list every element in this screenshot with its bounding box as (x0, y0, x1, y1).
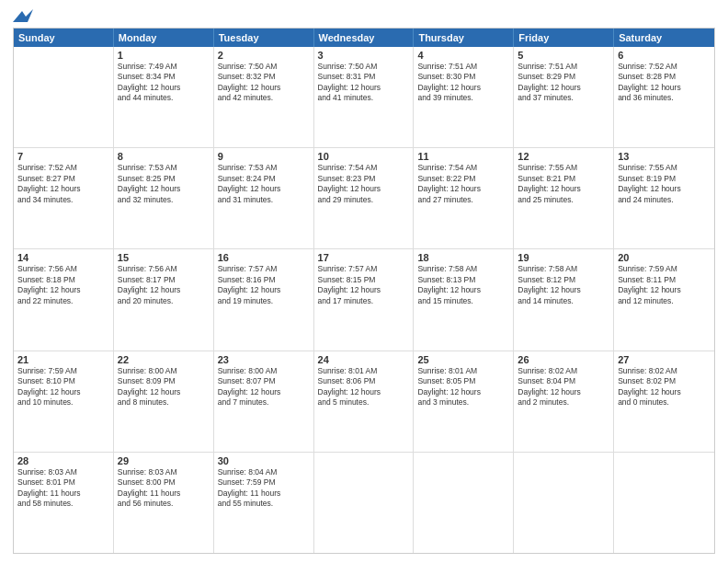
cal-cell: 5Sunrise: 7:51 AM Sunset: 8:29 PM Daylig… (514, 47, 614, 147)
day-info: Sunrise: 7:56 AM Sunset: 8:17 PM Dayligh… (118, 264, 210, 306)
cal-cell: 8Sunrise: 7:53 AM Sunset: 8:25 PM Daylig… (114, 148, 214, 248)
day-number: 14 (17, 252, 109, 263)
day-number: 15 (118, 252, 210, 263)
cal-week-row-0: 1Sunrise: 7:49 AM Sunset: 8:34 PM Daylig… (14, 47, 714, 148)
day-info: Sunrise: 7:55 AM Sunset: 8:19 PM Dayligh… (618, 163, 711, 205)
cal-week-row-1: 7Sunrise: 7:52 AM Sunset: 8:27 PM Daylig… (14, 148, 714, 249)
day-info: Sunrise: 8:02 AM Sunset: 8:02 PM Dayligh… (618, 366, 711, 408)
cal-header-wednesday: Wednesday (314, 29, 415, 47)
cal-cell: 29Sunrise: 8:03 AM Sunset: 8:00 PM Dayli… (114, 453, 214, 553)
day-number: 1 (118, 50, 210, 61)
day-info: Sunrise: 8:00 AM Sunset: 8:09 PM Dayligh… (118, 366, 210, 408)
cal-cell (14, 47, 114, 147)
cal-header-monday: Monday (114, 29, 214, 47)
logo (13, 9, 33, 22)
cal-cell: 3Sunrise: 7:50 AM Sunset: 8:31 PM Daylig… (314, 47, 415, 147)
cal-cell: 24Sunrise: 8:01 AM Sunset: 8:06 PM Dayli… (314, 351, 415, 452)
cal-cell: 17Sunrise: 7:57 AM Sunset: 8:15 PM Dayli… (314, 249, 415, 350)
cal-cell: 7Sunrise: 7:52 AM Sunset: 8:27 PM Daylig… (14, 148, 114, 248)
day-info: Sunrise: 7:51 AM Sunset: 8:30 PM Dayligh… (417, 62, 509, 104)
day-number: 12 (518, 151, 609, 162)
cal-header-saturday: Saturday (614, 29, 714, 47)
day-number: 3 (318, 50, 410, 61)
day-number: 18 (417, 252, 509, 263)
cal-cell: 20Sunrise: 7:59 AM Sunset: 8:11 PM Dayli… (614, 249, 714, 350)
day-info: Sunrise: 7:52 AM Sunset: 8:27 PM Dayligh… (17, 163, 109, 205)
calendar-body: 1Sunrise: 7:49 AM Sunset: 8:34 PM Daylig… (14, 47, 714, 553)
day-info: Sunrise: 7:59 AM Sunset: 8:10 PM Dayligh… (17, 366, 109, 408)
cal-header-sunday: Sunday (14, 29, 114, 47)
day-number: 29 (118, 455, 210, 466)
day-info: Sunrise: 7:56 AM Sunset: 8:18 PM Dayligh… (17, 264, 109, 306)
day-number: 25 (417, 354, 509, 365)
cal-cell: 13Sunrise: 7:55 AM Sunset: 8:19 PM Dayli… (614, 148, 714, 248)
day-info: Sunrise: 7:54 AM Sunset: 8:22 PM Dayligh… (417, 163, 509, 205)
day-number: 24 (318, 354, 410, 365)
day-number: 13 (618, 151, 711, 162)
cal-cell: 26Sunrise: 8:02 AM Sunset: 8:04 PM Dayli… (514, 351, 614, 452)
cal-cell: 23Sunrise: 8:00 AM Sunset: 8:07 PM Dayli… (214, 351, 314, 452)
day-number: 7 (17, 151, 109, 162)
day-number: 11 (417, 151, 509, 162)
day-number: 6 (618, 50, 711, 61)
day-number: 10 (318, 151, 410, 162)
day-info: Sunrise: 8:01 AM Sunset: 8:06 PM Dayligh… (318, 366, 410, 408)
cal-cell: 16Sunrise: 7:57 AM Sunset: 8:16 PM Dayli… (214, 249, 314, 350)
cal-cell: 22Sunrise: 8:00 AM Sunset: 8:09 PM Dayli… (114, 351, 214, 452)
day-info: Sunrise: 7:57 AM Sunset: 8:16 PM Dayligh… (218, 264, 310, 306)
day-info: Sunrise: 7:58 AM Sunset: 8:13 PM Dayligh… (417, 264, 509, 306)
logo-bird-icon (13, 9, 33, 26)
day-number: 5 (518, 50, 609, 61)
day-info: Sunrise: 8:04 AM Sunset: 7:59 PM Dayligh… (218, 467, 310, 510)
day-info: Sunrise: 7:50 AM Sunset: 8:31 PM Dayligh… (318, 62, 410, 104)
day-info: Sunrise: 7:54 AM Sunset: 8:23 PM Dayligh… (318, 163, 410, 205)
cal-header-thursday: Thursday (414, 29, 514, 47)
day-number: 16 (218, 252, 310, 263)
cal-week-row-3: 21Sunrise: 7:59 AM Sunset: 8:10 PM Dayli… (14, 351, 714, 453)
day-number: 26 (518, 354, 609, 365)
cal-cell: 15Sunrise: 7:56 AM Sunset: 8:17 PM Dayli… (114, 249, 214, 350)
cal-cell: 12Sunrise: 7:55 AM Sunset: 8:21 PM Dayli… (514, 148, 614, 248)
cal-cell: 28Sunrise: 8:03 AM Sunset: 8:01 PM Dayli… (14, 453, 114, 553)
calendar: SundayMondayTuesdayWednesdayThursdayFrid… (13, 28, 715, 554)
day-number: 30 (218, 455, 310, 466)
day-info: Sunrise: 8:01 AM Sunset: 8:05 PM Dayligh… (417, 366, 509, 408)
day-number: 4 (417, 50, 509, 61)
day-number: 27 (618, 354, 711, 365)
cal-header-friday: Friday (514, 29, 614, 47)
day-info: Sunrise: 8:03 AM Sunset: 8:01 PM Dayligh… (17, 467, 109, 510)
day-number: 17 (318, 252, 410, 263)
cal-cell: 9Sunrise: 7:53 AM Sunset: 8:24 PM Daylig… (214, 148, 314, 248)
day-number: 28 (17, 455, 109, 466)
logo-block (13, 9, 33, 22)
day-number: 23 (218, 354, 310, 365)
day-number: 8 (118, 151, 210, 162)
cal-cell: 25Sunrise: 8:01 AM Sunset: 8:05 PM Dayli… (414, 351, 514, 452)
cal-cell: 11Sunrise: 7:54 AM Sunset: 8:22 PM Dayli… (414, 148, 514, 248)
cal-cell: 21Sunrise: 7:59 AM Sunset: 8:10 PM Dayli… (14, 351, 114, 452)
cal-cell (614, 453, 714, 553)
day-info: Sunrise: 7:57 AM Sunset: 8:15 PM Dayligh… (318, 264, 410, 306)
cal-cell: 19Sunrise: 7:58 AM Sunset: 8:12 PM Dayli… (514, 249, 614, 350)
cal-cell (314, 453, 415, 553)
day-info: Sunrise: 7:50 AM Sunset: 8:32 PM Dayligh… (218, 62, 310, 104)
cal-cell: 10Sunrise: 7:54 AM Sunset: 8:23 PM Dayli… (314, 148, 415, 248)
cal-cell: 14Sunrise: 7:56 AM Sunset: 8:18 PM Dayli… (14, 249, 114, 350)
cal-cell: 2Sunrise: 7:50 AM Sunset: 8:32 PM Daylig… (214, 47, 314, 147)
cal-cell: 18Sunrise: 7:58 AM Sunset: 8:13 PM Dayli… (414, 249, 514, 350)
header (13, 9, 715, 22)
day-number: 9 (218, 151, 310, 162)
day-number: 22 (118, 354, 210, 365)
day-info: Sunrise: 7:53 AM Sunset: 8:25 PM Dayligh… (118, 163, 210, 205)
day-info: Sunrise: 8:02 AM Sunset: 8:04 PM Dayligh… (518, 366, 609, 408)
cal-week-row-4: 28Sunrise: 8:03 AM Sunset: 8:01 PM Dayli… (14, 453, 714, 553)
day-info: Sunrise: 7:52 AM Sunset: 8:28 PM Dayligh… (618, 62, 711, 104)
day-info: Sunrise: 7:59 AM Sunset: 8:11 PM Dayligh… (618, 264, 711, 306)
day-number: 2 (218, 50, 310, 61)
day-number: 19 (518, 252, 609, 263)
cal-cell: 30Sunrise: 8:04 AM Sunset: 7:59 PM Dayli… (214, 453, 314, 553)
day-number: 20 (618, 252, 711, 263)
cal-week-row-2: 14Sunrise: 7:56 AM Sunset: 8:18 PM Dayli… (14, 249, 714, 350)
day-info: Sunrise: 8:03 AM Sunset: 8:00 PM Dayligh… (118, 467, 210, 510)
day-info: Sunrise: 7:55 AM Sunset: 8:21 PM Dayligh… (518, 163, 609, 205)
